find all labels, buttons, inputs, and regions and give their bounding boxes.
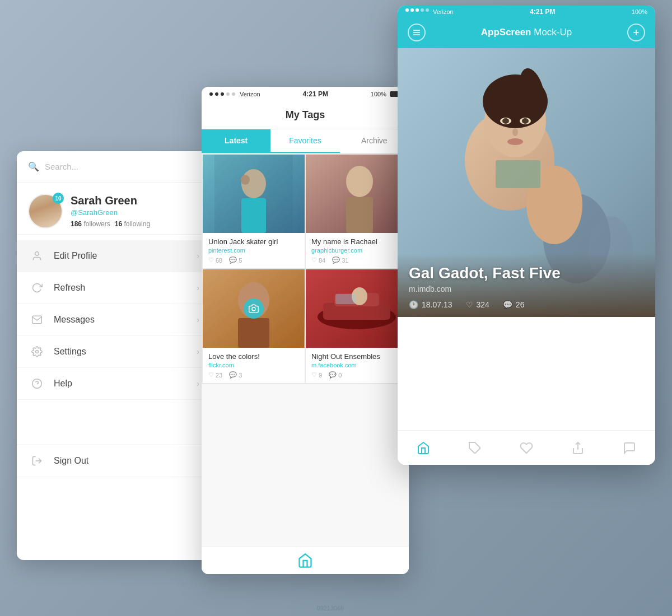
card-source: pinterest.com — [208, 247, 299, 254]
chevron-right-icon: › — [197, 315, 199, 324]
panel-title: My Tags — [202, 101, 409, 129]
menu-item-settings[interactable]: Settings › — [17, 336, 213, 368]
avatar: 10 — [28, 194, 63, 228]
chevron-right-icon: › — [197, 379, 199, 388]
settings-label: Settings — [54, 347, 186, 357]
svg-point-2 — [32, 379, 42, 389]
card-rachael[interactable]: My name is Rachael graphicburger.com ♡84… — [306, 155, 408, 268]
card-night-out[interactable]: Night Out Ensembles m.facebook.com ♡9 💬0 — [306, 269, 408, 383]
tab-latest[interactable]: Latest — [202, 129, 270, 153]
menu-list: Edit Profile › Refresh › Messages › — [17, 235, 213, 483]
add-button[interactable] — [627, 24, 645, 41]
card-comments: 💬 5 — [229, 256, 242, 264]
app-title: AppScreen Mock-Up — [426, 27, 627, 38]
menu-item-signout[interactable]: Sign Out — [17, 445, 213, 477]
hero-image: Gal Gadot, Fast Five m.imdb.com 🕐 18.07.… — [398, 48, 655, 317]
svg-point-17 — [252, 307, 255, 311]
card-title: My name is Rachael — [311, 237, 402, 246]
search-icon: 🔍 — [28, 161, 39, 172]
signout-icon — [30, 454, 44, 468]
clock-icon: 🕐 — [409, 300, 418, 309]
app-header: AppScreen Mock-Up — [398, 17, 655, 48]
refresh-icon — [30, 281, 44, 295]
svg-rect-43 — [496, 160, 540, 188]
notification-badge: 10 — [53, 193, 64, 204]
status-bar-mid: Verizon 4:21 PM 100% — [202, 87, 409, 101]
watermark: 09213068 — [0, 605, 661, 612]
mid-panel: Verizon 4:21 PM 100% My Tags Latest Favo… — [202, 87, 409, 574]
search-placeholder[interactable]: Search... — [45, 162, 202, 171]
refresh-label: Refresh — [54, 283, 186, 293]
tab-bar: Latest Favorites Archive — [202, 129, 409, 153]
help-label: Help — [54, 379, 186, 389]
svg-rect-12 — [346, 197, 373, 233]
status-bar-right: Verizon 4:21 PM 100% — [398, 6, 655, 17]
profile-handle: @SarahGreen — [71, 208, 202, 217]
nav-heart[interactable] — [511, 437, 542, 459]
chevron-right-icon: › — [197, 347, 199, 356]
svg-point-38 — [502, 118, 509, 124]
hero-likes: ♡ 324 — [466, 300, 489, 309]
profile-info: Sarah Green @SarahGreen 186 followers 16… — [71, 194, 202, 228]
nav-comment[interactable] — [614, 437, 645, 459]
messages-label: Messages — [54, 315, 186, 325]
status-time-mid: 4:21 PM — [303, 90, 328, 98]
edit-profile-icon — [30, 249, 44, 263]
bottom-nav-right — [398, 430, 655, 465]
cards-grid: Union Jack skater girl pinterest.com ♡ 6… — [202, 153, 409, 384]
help-icon — [30, 377, 44, 390]
svg-rect-23 — [335, 294, 356, 304]
signout-label: Sign Out — [54, 456, 199, 466]
card-title: Love the colors! — [208, 352, 299, 361]
svg-rect-9 — [214, 155, 293, 233]
svg-point-11 — [346, 166, 373, 197]
menu-item-messages[interactable]: Messages › — [17, 304, 213, 336]
svg-point-41 — [507, 138, 523, 145]
menu-item-edit-profile[interactable]: Edit Profile › — [17, 240, 213, 272]
hero-overlay: Gal Gadot, Fast Five m.imdb.com 🕐 18.07.… — [398, 253, 655, 317]
messages-icon — [30, 313, 44, 326]
card-source: graphicburger.com — [311, 247, 402, 254]
search-bar[interactable]: 🔍 Search... — [17, 151, 213, 183]
hero-name: Gal Gadot, Fast Five — [409, 264, 644, 282]
card-colors[interactable]: Love the colors! flickr.com ♡23 💬3 — [203, 269, 305, 383]
camera-overlay-icon — [244, 298, 264, 319]
card-source: flickr.com — [208, 362, 299, 368]
card-union-jack[interactable]: Union Jack skater girl pinterest.com ♡ 6… — [203, 155, 305, 268]
bottom-nav-mid[interactable] — [202, 546, 409, 574]
card-title: Union Jack skater girl — [208, 237, 299, 246]
card-likes: ♡ 68 — [208, 256, 222, 264]
chevron-right-icon: › — [197, 251, 199, 260]
profile-section: 10 Sarah Green @SarahGreen 186 followers… — [17, 183, 213, 235]
nav-tag[interactable] — [459, 437, 491, 459]
menu-item-help[interactable]: Help › — [17, 368, 213, 400]
card-title: Night Out Ensembles — [311, 352, 402, 361]
profile-name: Sarah Green — [71, 194, 202, 207]
tab-favorites[interactable]: Favorites — [270, 129, 339, 153]
svg-point-40 — [512, 128, 518, 136]
nav-share[interactable] — [562, 437, 594, 459]
right-panel: Verizon 4:21 PM 100% AppScreen Mock-Up — [398, 6, 655, 465]
chevron-right-icon: › — [197, 283, 199, 292]
hero-stats: 🕐 18.07.13 ♡ 324 💬 26 — [409, 300, 644, 309]
card-source: m.facebook.com — [311, 362, 402, 368]
left-panel: 🔍 Search... 10 Sarah Green @SarahGreen 1… — [17, 151, 213, 560]
settings-icon — [30, 345, 44, 358]
edit-profile-label: Edit Profile — [54, 251, 186, 261]
menu-button[interactable] — [408, 24, 426, 41]
svg-point-1 — [36, 351, 39, 353]
comment-icon: 💬 — [503, 300, 512, 309]
hero-comments: 💬 26 — [503, 300, 525, 309]
svg-point-39 — [522, 118, 529, 124]
profile-stats: 186 followers 16 following — [71, 220, 202, 228]
nav-home[interactable] — [408, 437, 439, 459]
svg-point-0 — [35, 252, 39, 256]
hero-date: 🕐 18.07.13 — [409, 300, 452, 309]
menu-item-refresh[interactable]: Refresh › — [17, 272, 213, 304]
hero-source: m.imdb.com — [409, 284, 644, 293]
heart-icon: ♡ — [466, 300, 473, 309]
